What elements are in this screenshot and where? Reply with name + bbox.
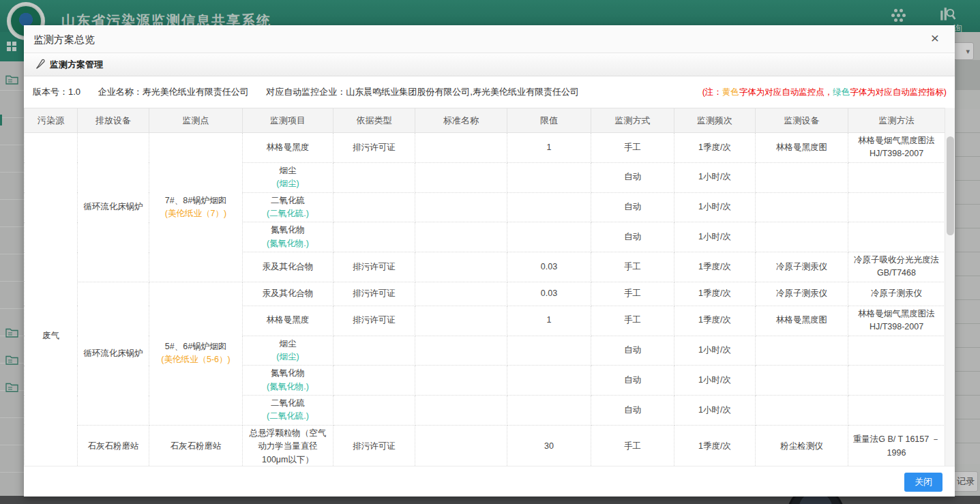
table-cell: 废气 [25, 133, 78, 466]
table-cell: 30 [507, 425, 591, 466]
table-cell [415, 133, 507, 163]
version-value: 1.0 [68, 87, 80, 97]
table-cell: 手工 [591, 306, 674, 336]
auto-monitor-indicator: (二氧化硫.) [246, 207, 329, 220]
column-header: 排放设备 [78, 108, 149, 133]
modal-title: 监测方案总览 [33, 25, 95, 53]
table-cell [507, 366, 591, 396]
table-cell [848, 366, 945, 396]
monitoring-plan-modal: 监测方案总览 × 监测方案管理 版本号：1.0 企业名称：寿光美伦纸业有限责任公… [24, 25, 955, 496]
table-cell [333, 192, 415, 222]
plan-info-bar: 版本号：1.0 企业名称：寿光美伦纸业有限责任公司 对应自动监控企业：山东晨鸣纸… [24, 76, 955, 108]
table-cell: 1小时/次 [674, 162, 756, 192]
yellow-word: 黄色 [722, 87, 739, 97]
green-word: 绿色 [833, 87, 850, 97]
table-cell: 1小时/次 [674, 222, 756, 252]
monitoring-plan-table-wrap: 污染源排放设备监测点监测项目依据类型标准名称限值监测方式监测频次监测设备监测方法… [24, 108, 955, 466]
table-cell: 汞及其化合物 [243, 282, 333, 306]
table-cell [415, 162, 507, 192]
table-cell: 循环流化床锅炉 [78, 133, 149, 282]
table-cell [333, 222, 415, 252]
company-value: 寿光美伦纸业有限责任公司 [143, 87, 249, 97]
table-cell [756, 396, 848, 426]
section-header: 监测方案管理 [24, 53, 955, 76]
table-cell: 自动 [591, 192, 674, 222]
table-cell [756, 222, 848, 252]
table-cell: 1 [507, 306, 591, 336]
table-cell: 排污许可证 [333, 306, 415, 336]
table-cell: 重量法G B/ T 16157 － 1996 [848, 425, 945, 466]
table-cell [507, 336, 591, 366]
table-cell [756, 192, 848, 222]
version-label: 版本号： [33, 87, 68, 97]
table-cell: 石灰石粉磨站 [78, 425, 149, 466]
table-cell: 手工 [591, 425, 674, 466]
table-cell: 排污许可证 [333, 282, 415, 306]
table-cell [848, 192, 945, 222]
modal-titlebar: 监测方案总览 × [24, 25, 955, 53]
scrollbar-thumb[interactable] [947, 136, 954, 235]
table-cell: 1 [507, 133, 591, 163]
table-cell: 手工 [591, 282, 674, 306]
table-cell: 石灰石粉磨站 [149, 425, 243, 466]
table-cell [415, 366, 507, 396]
column-header: 污染源 [25, 108, 78, 133]
table-cell: 自动 [591, 222, 674, 252]
color-legend-note: (注：黄色字体为对应自动监控点，绿色字体为对应自动监控指标) [702, 76, 947, 108]
table-cell: 1季度/次 [674, 133, 756, 163]
table-cell [756, 336, 848, 366]
table-scrollbar[interactable] [945, 108, 955, 466]
close-button[interactable]: 关闭 [904, 473, 942, 492]
table-row: 石灰石粉磨站石灰石粉磨站总悬浮颗粒物（空气动力学当量直径100μm以下）排污许可… [25, 425, 945, 466]
table-cell: 1季度/次 [674, 282, 756, 306]
table-cell: 1季度/次 [674, 425, 756, 466]
table-cell [333, 162, 415, 192]
table-cell [507, 396, 591, 426]
table-cell [333, 396, 415, 426]
table-cell: 自动 [591, 366, 674, 396]
column-header: 监测点 [149, 108, 243, 133]
table-cell: 1小时/次 [674, 366, 756, 396]
auto-company-label: 对应自动监控企业： [266, 87, 346, 97]
table-cell [415, 306, 507, 336]
table-cell: 7#、8#锅炉烟囱(美伦纸业（7）) [149, 133, 243, 282]
table-cell: 氮氧化物(氮氧化物.) [243, 366, 333, 396]
table-cell [848, 336, 945, 366]
table-cell: 1小时/次 [674, 192, 756, 222]
pen-icon [35, 59, 46, 73]
table-cell: 冷原子吸收分光光度法GB/T7468 [848, 252, 945, 282]
table-cell: 手工 [591, 133, 674, 163]
column-header: 限值 [507, 108, 591, 133]
column-header: 监测设备 [756, 108, 848, 133]
table-cell: 0.03 [507, 282, 591, 306]
table-cell [415, 396, 507, 426]
column-header: 标准名称 [415, 108, 507, 133]
table-cell [756, 366, 848, 396]
table-cell: 1小时/次 [674, 396, 756, 426]
auto-company-value: 山东晨鸣纸业集团股份有限公司,寿光美伦纸业有限责任公司 [346, 87, 579, 97]
table-cell: 自动 [591, 162, 674, 192]
table-cell: 冷原子测汞仪 [756, 282, 848, 306]
table-row: 废气循环流化床锅炉7#、8#锅炉烟囱(美伦纸业（7）)林格曼黑度排污许可证1手工… [25, 133, 945, 163]
table-cell [507, 192, 591, 222]
close-icon[interactable]: × [926, 30, 944, 46]
column-header: 监测方法 [848, 108, 945, 133]
table-cell: 二氧化硫(二氧化硫.) [243, 396, 333, 426]
table-cell: 冷原子测汞仪 [848, 282, 945, 306]
table-cell [333, 366, 415, 396]
table-cell: 5#、6#锅炉烟囱(美伦纸业（5-6）) [149, 282, 243, 425]
table-cell: 林格曼烟气黑度图法HJ/T398-2007 [848, 133, 945, 163]
table-cell [848, 396, 945, 426]
table-header-row: 污染源排放设备监测点监测项目依据类型标准名称限值监测方式监测频次监测设备监测方法 [25, 108, 945, 133]
table-cell: 烟尘(烟尘) [243, 162, 333, 192]
table-cell: 林格曼黑度 [243, 306, 333, 336]
auto-monitor-indicator: (氮氧化物.) [246, 381, 329, 394]
auto-monitor-indicator: (氮氧化物.) [246, 237, 329, 250]
table-cell [415, 222, 507, 252]
table-cell: 0.03 [507, 252, 591, 282]
table-cell: 氮氧化物(氮氧化物.) [243, 222, 333, 252]
auto-monitor-indicator: (二氧化硫.) [246, 410, 329, 423]
auto-monitor-point: (美伦纸业（7）) [153, 207, 239, 220]
plan-info: 版本号：1.0 企业名称：寿光美伦纸业有限责任公司 对应自动监控企业：山东晨鸣纸… [33, 76, 594, 108]
table-cell: 1小时/次 [674, 336, 756, 366]
